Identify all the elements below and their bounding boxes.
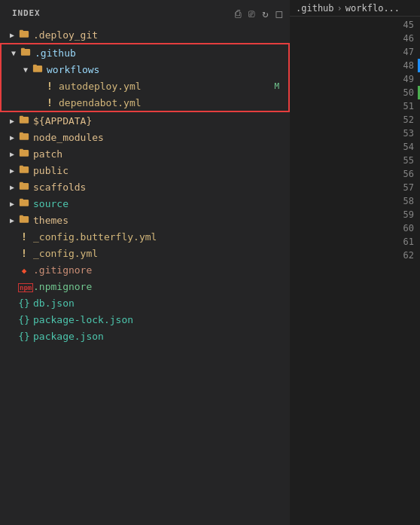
tree-item-public[interactable]: ▶public — [0, 162, 290, 179]
item-label-node_modules: node_modules — [33, 132, 284, 143]
refresh-icon[interactable]: ↻ — [260, 6, 269, 21]
line-number-panel: .github › workflo... 4546474849505152535… — [290, 0, 420, 525]
explorer-header: INDEX ⎙ ⎚ ↻ □ — [0, 0, 290, 26]
line-num-row-60: 60 — [290, 221, 420, 235]
line-num-45: 45 — [399, 20, 414, 30]
file-tree: ▶.deploy_git▼.github▼workflows!autodeplo… — [0, 26, 290, 525]
line-num-row-48: 48 — [290, 59, 420, 72]
line-num-52: 52 — [399, 114, 414, 125]
line-num-57: 57 — [399, 182, 414, 193]
tree-item-source[interactable]: ▶source — [0, 195, 290, 212]
line-num-54: 54 — [399, 142, 414, 152]
tree-item-scaffolds[interactable]: ▶scaffolds — [0, 179, 290, 195]
dot-workflows — [276, 66, 282, 72]
line-num-60: 60 — [399, 223, 414, 234]
arrow-node_modules: ▶ — [6, 133, 18, 142]
file-icon-config_butterfly: ! — [18, 230, 30, 243]
item-label-github: .github — [35, 47, 276, 59]
tree-item-deploy_git[interactable]: ▶.deploy_git — [0, 26, 290, 43]
tree-item-workflows[interactable]: ▼workflows — [2, 61, 288, 78]
breadcrumb-github: .github — [296, 3, 334, 14]
file-icon-scaffolds — [18, 181, 30, 194]
new-folder-icon[interactable]: ⎚ — [247, 6, 256, 21]
file-icon-db_json: {} — [18, 298, 30, 309]
line-nums-container: 454647484950515253545556575859606162 — [290, 17, 420, 525]
tree-item-config_butterfly[interactable]: !_config.butterfly.yml — [0, 228, 290, 245]
item-label-package_json: package.json — [33, 331, 284, 342]
line-num-row-59: 59 — [290, 208, 420, 221]
breadcrumb-workflows: workflo... — [345, 3, 400, 14]
tree-item-dependabot[interactable]: !dependabot.yml — [2, 94, 288, 111]
item-label-themes: themes — [33, 215, 284, 226]
line-num-row-53: 53 — [290, 127, 420, 140]
line-num-row-62: 62 — [290, 249, 420, 262]
file-icon-workflows — [32, 63, 44, 76]
file-icon-appdata — [18, 114, 30, 127]
line-num-49: 49 — [399, 74, 414, 84]
item-label-db_json: db.json — [33, 298, 284, 309]
line-num-row-45: 45 — [290, 18, 420, 32]
arrow-deploy_git: ▶ — [6, 31, 18, 39]
tree-item-github[interactable]: ▼.github — [2, 44, 288, 61]
line-num-61: 61 — [399, 237, 414, 247]
line-num-46: 46 — [399, 33, 414, 44]
file-icon-deploy_git — [18, 29, 30, 41]
line-num-50: 50 — [399, 87, 414, 98]
arrow-workflows: ▼ — [20, 66, 32, 74]
line-num-row-50: 50 — [290, 86, 420, 99]
line-num-row-46: 46 — [290, 32, 420, 45]
line-num-62: 62 — [399, 250, 414, 261]
explorer-title: INDEX — [12, 8, 41, 18]
line-num-58: 58 — [399, 196, 414, 206]
line-num-47: 47 — [399, 47, 414, 57]
item-label-source: source — [33, 198, 278, 209]
line-num-row-52: 52 — [290, 113, 420, 127]
file-icon-themes — [18, 214, 30, 227]
line-num-row-54: 54 — [290, 140, 420, 154]
item-label-appdata: ${APPDATA} — [33, 115, 284, 127]
line-num-row-55: 55 — [290, 154, 420, 167]
file-icon-package_lock: {} — [18, 314, 30, 325]
item-label-dependabot: dependabot.yml — [59, 97, 282, 108]
new-file-icon[interactable]: ⎙ — [233, 6, 242, 21]
file-explorer: INDEX ⎙ ⎚ ↻ □ ▶.deploy_git▼.github▼workf… — [0, 0, 290, 525]
tree-item-npmignore[interactable]: npm.npmignore — [0, 278, 290, 295]
tree-item-package_lock[interactable]: {}package-lock.json — [0, 311, 290, 328]
github-highlight-box: ▼.github▼workflows!autodeploy.ymlM!depen… — [0, 43, 290, 112]
item-label-config_butterfly: _config.butterfly.yml — [33, 231, 284, 243]
collapse-all-icon[interactable]: □ — [275, 6, 284, 21]
file-icon-github — [20, 47, 32, 60]
line-num-48: 48 — [399, 60, 414, 71]
file-icon-dependabot: ! — [44, 96, 56, 108]
item-label-workflows: workflows — [47, 64, 276, 75]
tree-item-autodeploy[interactable]: !autodeploy.ymlM — [2, 78, 288, 94]
arrow-scaffolds: ▶ — [6, 183, 18, 191]
file-icon-public — [18, 164, 30, 177]
line-num-row-58: 58 — [290, 194, 420, 208]
tree-item-node_modules[interactable]: ▶node_modules — [0, 129, 290, 145]
item-label-public: public — [33, 165, 284, 176]
file-icon-autodeploy: ! — [44, 80, 56, 92]
tree-item-gitignore[interactable]: ◆.gitignore — [0, 261, 290, 278]
line-num-55: 55 — [399, 155, 414, 166]
tree-item-package_json[interactable]: {}package.json — [0, 328, 290, 344]
item-label-deploy_git: .deploy_git — [33, 29, 284, 41]
item-label-scaffolds: scaffolds — [33, 182, 284, 193]
tree-item-db_json[interactable]: {}db.json — [0, 295, 290, 311]
file-icon-node_modules — [18, 131, 30, 144]
line-num-row-49: 49 — [290, 72, 420, 86]
tree-item-config_yml[interactable]: !_config.yml — [0, 245, 290, 261]
item-label-package_lock: package-lock.json — [33, 314, 284, 325]
arrow-patch: ▶ — [6, 150, 18, 158]
tree-item-themes[interactable]: ▶themes — [0, 212, 290, 228]
dot-source — [278, 200, 284, 206]
item-label-patch: patch — [33, 148, 284, 160]
breadcrumb-separator: › — [337, 3, 342, 14]
badge-autodeploy: M — [271, 81, 282, 91]
file-icon-config_yml: ! — [18, 247, 30, 259]
item-label-npmignore: .npmignore — [33, 281, 284, 292]
line-num-51: 51 — [399, 101, 414, 111]
tree-item-patch[interactable]: ▶patch — [0, 145, 290, 162]
header-icons: ⎙ ⎚ ↻ □ — [233, 6, 284, 21]
tree-item-appdata[interactable]: ▶${APPDATA} — [0, 112, 290, 129]
